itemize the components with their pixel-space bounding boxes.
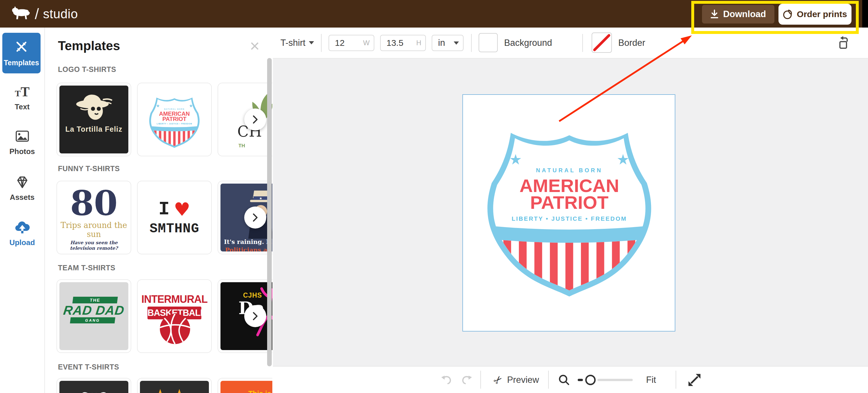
- border-label: Border: [618, 38, 645, 48]
- sombrero-skull-icon: [72, 91, 116, 123]
- badge-star-icon: ★: [617, 151, 629, 167]
- template-text: GANG: [70, 317, 115, 324]
- screen-corner: [862, 0, 868, 28]
- preview-button[interactable]: ✂ Preview: [494, 367, 539, 393]
- app-name: studio: [43, 7, 78, 21]
- sidebar-item-templates[interactable]: Templates: [2, 33, 40, 74]
- section-label-team: TEAM T-SHIRTS: [58, 264, 115, 272]
- background-color-swatch[interactable]: [478, 33, 498, 52]
- bottom-bar-divider: [480, 371, 481, 389]
- template-text: La Tortilla Feliz: [65, 125, 122, 133]
- template-card-event-orange[interactable]: This is n: [218, 378, 272, 393]
- width-input[interactable]: [329, 38, 356, 48]
- template-text: Politicians a: [225, 246, 267, 251]
- template-card-intermural-basketball[interactable]: INTERMURAL BASKETBALL: [137, 279, 212, 353]
- sidebar-item-upload[interactable]: Upload: [0, 220, 44, 247]
- template-text: INTERMURAL: [140, 293, 209, 305]
- order-prints-button[interactable]: Order prints: [778, 4, 851, 25]
- svg-text:★: ★: [259, 196, 262, 200]
- width-field[interactable]: W: [329, 35, 374, 51]
- magnifier-icon: [558, 374, 570, 386]
- sidebar-item-photos[interactable]: Photos: [0, 130, 44, 156]
- toolbar-divider: [582, 34, 583, 52]
- redo-button[interactable]: [461, 367, 473, 393]
- border-color-swatch[interactable]: [592, 32, 612, 53]
- height-field[interactable]: H: [380, 35, 426, 51]
- close-icon[interactable]: ×: [250, 37, 259, 54]
- template-card-butterfly[interactable]: [57, 378, 131, 393]
- sidebar-item-label: Assets: [10, 193, 34, 202]
- panel-title: Templates: [58, 38, 120, 53]
- sidebar-item-assets[interactable]: Assets: [0, 175, 44, 202]
- badge-title2: PATRIOT: [530, 192, 609, 213]
- chevron-right-icon: [250, 212, 260, 223]
- fit-button[interactable]: Fit: [646, 367, 656, 393]
- scissors-icon: ✂: [491, 372, 505, 387]
- template-thumb: This is n: [220, 381, 272, 393]
- heart-icon: ♥: [174, 199, 190, 220]
- unit-label: in: [432, 38, 445, 48]
- badge-star-icon: ★: [156, 103, 160, 108]
- bottom-bar-divider: [676, 371, 676, 389]
- chevron-right-icon: [250, 310, 260, 322]
- unit-dropdown[interactable]: in: [432, 35, 464, 51]
- american-patriot-design[interactable]: ★ ★ NATURAL BORN AMERICAN PATRIOT LIBERT…: [480, 108, 659, 299]
- zoom-slider-track[interactable]: [597, 379, 633, 381]
- butterfly-icon: [80, 390, 108, 393]
- template-text: Have you seen the television remote?: [59, 240, 128, 251]
- undo-button[interactable]: [440, 367, 453, 393]
- sidebar: Templates TT Text Photos Assets: [0, 28, 45, 393]
- next-templates-button[interactable]: [244, 305, 266, 327]
- download-label: Download: [723, 9, 766, 20]
- section-label-funny: FUNNY T-SHIRTS: [58, 164, 120, 173]
- expand-icon: [688, 373, 701, 387]
- photos-icon: [15, 130, 30, 144]
- sidebar-item-label: Templates: [4, 59, 39, 67]
- template-card-tortilla[interactable]: La Tortilla Feliz: [57, 83, 131, 156]
- fit-label: Fit: [646, 375, 656, 385]
- template-card-american-patriot[interactable]: ★ ★ NATURAL BORN AMERICAN PATRIOT LIBERT…: [137, 83, 212, 156]
- design-toolbar: T-shirt W H in Background Border: [273, 28, 868, 59]
- zoom-out-tick: [578, 379, 583, 381]
- template-card-rad-dad[interactable]: THE RAD DAD GANG: [57, 279, 131, 353]
- template-card-event-dark[interactable]: [137, 378, 212, 393]
- template-card-80-trips[interactable]: 80 Trips around the sun Have you seen th…: [57, 181, 131, 254]
- template-thumb: [59, 381, 128, 393]
- text-icon: TT: [15, 84, 30, 100]
- download-button[interactable]: Download: [702, 5, 774, 24]
- template-thumb: 80 Trips around the sun Have you seen th…: [59, 184, 128, 251]
- badge-topline: NATURAL BORN: [164, 108, 185, 110]
- template-text: RAD DAD: [59, 303, 128, 317]
- artboard[interactable]: ★ ★ NATURAL BORN AMERICAN PATRIOT LIBERT…: [462, 94, 675, 332]
- fullscreen-button[interactable]: [688, 367, 701, 393]
- basketball-icon: [158, 312, 191, 346]
- template-text: This is n: [248, 390, 272, 393]
- chevron-down-icon: [309, 41, 314, 45]
- next-templates-button[interactable]: [244, 206, 266, 229]
- panel-scrollbar[interactable]: [267, 58, 272, 366]
- next-templates-button[interactable]: [244, 109, 266, 131]
- preview-label: Preview: [507, 375, 539, 385]
- background-label: Background: [504, 38, 552, 48]
- sidebar-item-label: Upload: [9, 238, 35, 247]
- height-unit-label: H: [416, 39, 421, 47]
- template-card-i-heart-smthng[interactable]: I ♥ SMTHNG: [137, 181, 212, 254]
- border-label-wrap: Border: [618, 28, 645, 58]
- chevron-down-icon: [454, 41, 459, 45]
- rotate-icon: [837, 36, 852, 50]
- background-label-wrap: Background: [504, 28, 552, 58]
- upload-icon: [14, 220, 30, 235]
- zoom-slider-handle[interactable]: [585, 375, 596, 385]
- canvas-area[interactable]: ★ ★ NATURAL BORN AMERICAN PATRIOT LIBERT…: [273, 59, 868, 366]
- template-thumb: I ♥ SMTHNG: [140, 184, 209, 251]
- bottom-bar: ✂ Preview Fit: [273, 366, 868, 393]
- badge-star-icon: ★: [189, 103, 193, 108]
- sidebar-item-text[interactable]: TT Text: [0, 84, 44, 111]
- product-type-dropdown[interactable]: T-shirt: [280, 28, 314, 58]
- app-logo[interactable]: / studio: [11, 5, 78, 23]
- zoom-button[interactable]: [558, 367, 570, 393]
- template-thumb: La Tortilla Feliz: [59, 86, 128, 153]
- rotate-canvas-button[interactable]: [837, 28, 852, 58]
- toolbar-divider: [321, 34, 321, 52]
- height-input[interactable]: [381, 38, 407, 48]
